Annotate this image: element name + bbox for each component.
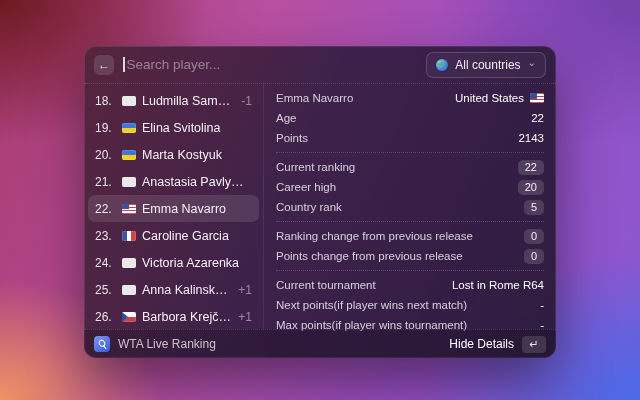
player-rank: 19. <box>95 121 116 135</box>
chevron-down-icon: ⌄ <box>528 58 536 68</box>
player-row[interactable]: 25. Anna Kalinskaya +1 <box>88 276 259 303</box>
back-button[interactable]: ← <box>94 55 114 75</box>
country-filter-dropdown[interactable]: All countries ⌄ <box>426 52 546 78</box>
player-row[interactable]: 21. Anastasia Pavlyuchenkova <box>88 168 259 195</box>
detail-row-next-points: Next points(if player wins next match) - <box>276 295 544 315</box>
detail-country: United States <box>455 92 544 104</box>
player-list: 18. Ludmilla Samsonova -1 19. Elina Svit… <box>84 84 263 329</box>
player-row[interactable]: 19. Elina Svitolina <box>88 114 259 141</box>
detail-value: 22 <box>531 112 544 124</box>
player-name: Anna Kalinskaya <box>142 283 232 297</box>
section-divider <box>276 152 544 153</box>
flag-icon <box>122 150 136 160</box>
flag-icon <box>122 177 136 187</box>
flag-icon <box>122 231 136 241</box>
player-row[interactable]: 26. Barbora Krejčíková +1 <box>88 303 259 330</box>
search-placeholder: Search player... <box>127 57 221 72</box>
rank-change: +1 <box>238 310 252 324</box>
detail-value: 2143 <box>518 132 544 144</box>
back-arrow-icon: ← <box>98 58 110 72</box>
detail-player-name: Emma Navarro <box>276 92 353 104</box>
player-rank: 18. <box>95 94 116 108</box>
rank-change: -1 <box>241 94 252 108</box>
detail-row-current-ranking: Current ranking 22 <box>276 157 544 177</box>
player-row[interactable]: 20. Marta Kostyuk <box>88 141 259 168</box>
detail-label: Points <box>276 132 308 144</box>
player-name: Emma Navarro <box>142 202 226 216</box>
value-badge: 22 <box>518 160 544 175</box>
wta-live-ranking-window: ← Search player... All countries ⌄ 18. L… <box>84 46 556 358</box>
section-divider <box>276 270 544 271</box>
player-row[interactable]: 18. Ludmilla Samsonova -1 <box>88 87 259 114</box>
detail-row-name: Emma Navarro United States <box>276 88 544 108</box>
player-row[interactable]: 24. Victoria Azarenka <box>88 249 259 276</box>
detail-label: Current tournament <box>276 279 376 291</box>
tennis-racquet-glyph <box>97 339 108 350</box>
detail-row-points: Points 2143 <box>276 128 544 148</box>
flag-icon <box>122 258 136 268</box>
player-name: Barbora Krejčíková <box>142 310 232 324</box>
flag-icon <box>122 123 136 133</box>
flag-icon <box>122 204 136 214</box>
flag-icon <box>122 285 136 295</box>
player-rank: 22. <box>95 202 116 216</box>
detail-row-ranking-change: Ranking change from previous release 0 <box>276 226 544 246</box>
player-name: Marta Kostyuk <box>142 148 222 162</box>
detail-label: Current ranking <box>276 161 355 173</box>
flag-icon <box>530 93 544 103</box>
detail-row-current-tournament: Current tournament Lost in Rome R64 <box>276 275 544 295</box>
hide-details-button[interactable]: Hide Details <box>449 337 514 351</box>
footer-bar: WTA Live Ranking Hide Details ↵ <box>84 329 556 358</box>
detail-label: Next points(if player wins next match) <box>276 299 467 311</box>
detail-label: Age <box>276 112 296 124</box>
detail-row-points-change: Points change from previous release 0 <box>276 246 544 266</box>
player-name: Elina Svitolina <box>142 121 221 135</box>
search-input[interactable]: Search player... <box>123 57 417 72</box>
value-badge: 0 <box>524 229 544 244</box>
app-name: WTA Live Ranking <box>118 337 441 351</box>
player-rank: 24. <box>95 256 116 270</box>
app-icon <box>94 336 110 352</box>
value-badge: 0 <box>524 249 544 264</box>
player-rank: 21. <box>95 175 116 189</box>
detail-row-age: Age 22 <box>276 108 544 128</box>
value-badge: 5 <box>524 200 544 215</box>
player-name: Ludmilla Samsonova <box>142 94 235 108</box>
detail-label: Ranking change from previous release <box>276 230 473 242</box>
player-name: Anastasia Pavlyuchenkova <box>142 175 246 189</box>
detail-value: Lost in Rome R64 <box>452 279 544 291</box>
player-rank: 26. <box>95 310 116 324</box>
value-badge: 20 <box>518 180 544 195</box>
globe-icon <box>436 59 448 71</box>
country-filter-label: All countries <box>455 58 520 72</box>
main-content: 18. Ludmilla Samsonova -1 19. Elina Svit… <box>84 84 556 329</box>
search-header: ← Search player... All countries ⌄ <box>84 46 556 84</box>
rank-change: +1 <box>238 283 252 297</box>
player-rank: 23. <box>95 229 116 243</box>
player-row-selected[interactable]: 22. Emma Navarro <box>88 195 259 222</box>
player-rank: 20. <box>95 148 116 162</box>
text-caret <box>123 57 125 72</box>
player-rank: 25. <box>95 283 116 297</box>
enter-key-icon[interactable]: ↵ <box>522 336 546 353</box>
detail-label: Points change from previous release <box>276 250 463 262</box>
player-row[interactable]: 23. Caroline Garcia <box>88 222 259 249</box>
player-detail-panel: Emma Navarro United States Age 22 Points… <box>264 84 556 329</box>
detail-row-career-high: Career high 20 <box>276 177 544 197</box>
flag-icon <box>122 312 136 322</box>
section-divider <box>276 221 544 222</box>
detail-label: Career high <box>276 181 336 193</box>
detail-country-text: United States <box>455 92 524 104</box>
detail-label: Country rank <box>276 201 342 213</box>
detail-value: - <box>540 299 544 311</box>
player-name: Victoria Azarenka <box>142 256 239 270</box>
detail-row-country-rank: Country rank 5 <box>276 197 544 217</box>
flag-icon <box>122 96 136 106</box>
player-name: Caroline Garcia <box>142 229 229 243</box>
